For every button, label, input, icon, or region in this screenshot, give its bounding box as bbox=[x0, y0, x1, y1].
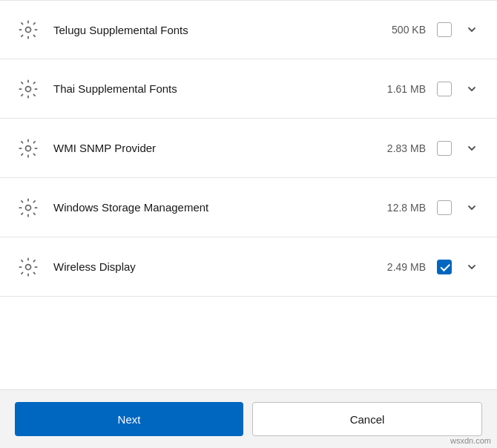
expand-button-telugu-supplemental-fonts[interactable] bbox=[461, 19, 482, 40]
feature-icon-wireless-display bbox=[15, 254, 42, 280]
feature-item-wireless-display: Wireless Display2.49 MB bbox=[0, 237, 497, 297]
feature-size-thai-supplemental-fonts: 1.61 MB bbox=[381, 83, 426, 95]
feature-size-windows-storage-management: 12.8 MB bbox=[381, 202, 426, 214]
feature-item-windows-storage-management: Windows Storage Management12.8 MB bbox=[0, 178, 497, 237]
svg-point-0 bbox=[26, 27, 31, 33]
svg-point-4 bbox=[26, 264, 31, 269]
checkbox-wrapper-telugu-supplemental-fonts bbox=[436, 22, 452, 38]
checkbox-wmi-snmp-provider[interactable] bbox=[437, 141, 452, 156]
feature-icon-windows-storage-management bbox=[15, 194, 42, 221]
checkbox-thai-supplemental-fonts[interactable] bbox=[437, 82, 452, 96]
checkbox-wrapper-wmi-snmp-provider bbox=[436, 140, 452, 157]
feature-name-thai-supplemental-fonts: Thai Supplemental Fonts bbox=[53, 82, 381, 95]
feature-list: Telugu Supplemental Fonts500 KB Thai Sup… bbox=[0, 0, 497, 389]
feature-item-wmi-snmp-provider: WMI SNMP Provider2.83 MB bbox=[0, 119, 497, 178]
expand-button-wireless-display[interactable] bbox=[461, 257, 482, 277]
checkbox-wrapper-windows-storage-management bbox=[436, 200, 452, 216]
checkbox-wrapper-wireless-display bbox=[436, 259, 452, 275]
feature-name-wireless-display: Wireless Display bbox=[53, 260, 381, 273]
checkbox-wireless-display[interactable] bbox=[437, 260, 452, 274]
feature-name-telugu-supplemental-fonts: Telugu Supplemental Fonts bbox=[53, 24, 381, 36]
expand-button-wmi-snmp-provider[interactable] bbox=[461, 138, 482, 159]
cancel-button[interactable]: Cancel bbox=[252, 402, 482, 436]
feature-name-wmi-snmp-provider: WMI SNMP Provider bbox=[53, 142, 381, 154]
svg-point-2 bbox=[26, 145, 31, 151]
feature-name-windows-storage-management: Windows Storage Management bbox=[53, 201, 381, 214]
expand-button-windows-storage-management[interactable] bbox=[461, 197, 482, 218]
watermark: wsxdn.com bbox=[450, 436, 491, 445]
feature-size-telugu-supplemental-fonts: 500 KB bbox=[381, 24, 426, 36]
svg-point-3 bbox=[26, 205, 31, 210]
expand-button-thai-supplemental-fonts[interactable] bbox=[461, 79, 482, 99]
feature-item-thai-supplemental-fonts: Thai Supplemental Fonts1.61 MB bbox=[0, 59, 497, 119]
feature-size-wireless-display: 2.49 MB bbox=[381, 261, 426, 273]
svg-point-1 bbox=[26, 86, 31, 91]
feature-item-telugu-supplemental-fonts: Telugu Supplemental Fonts500 KB bbox=[0, 0, 497, 59]
feature-icon-wmi-snmp-provider bbox=[15, 135, 42, 162]
feature-size-wmi-snmp-provider: 2.83 MB bbox=[381, 142, 426, 154]
checkbox-wrapper-thai-supplemental-fonts bbox=[436, 81, 452, 97]
feature-icon-thai-supplemental-fonts bbox=[15, 76, 42, 102]
checkbox-telugu-supplemental-fonts[interactable] bbox=[437, 22, 452, 37]
feature-icon-telugu-supplemental-fonts bbox=[15, 16, 42, 43]
footer: Next Cancel bbox=[0, 389, 497, 448]
checkbox-windows-storage-management[interactable] bbox=[437, 200, 452, 215]
next-button[interactable]: Next bbox=[15, 402, 243, 436]
